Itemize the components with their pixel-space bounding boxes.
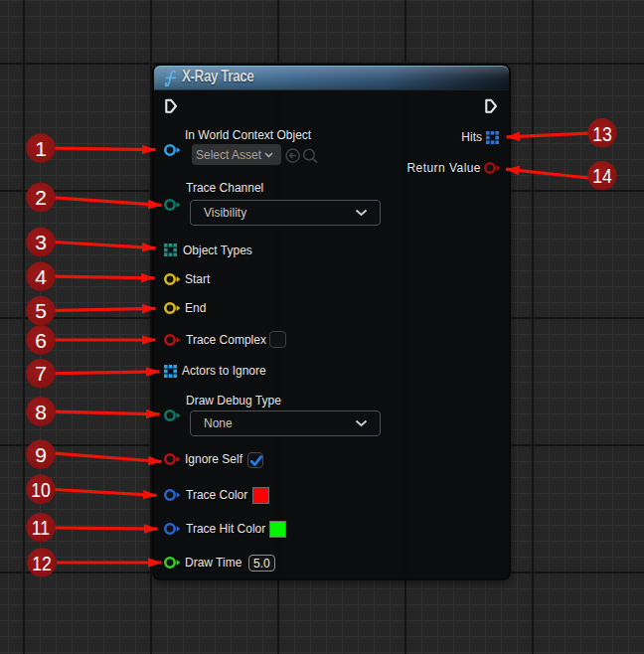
svg-text:12: 12 [32, 551, 52, 574]
svg-text:3: 3 [35, 231, 47, 253]
svg-text:4: 4 [35, 265, 47, 288]
svg-text:6: 6 [35, 329, 47, 352]
svg-text:1: 1 [35, 137, 47, 160]
svg-text:11: 11 [32, 516, 50, 540]
svg-text:2: 2 [35, 186, 47, 209]
svg-text:5: 5 [35, 299, 47, 322]
svg-text:10: 10 [31, 477, 51, 501]
svg-text:14: 14 [592, 164, 612, 188]
svg-text:7: 7 [35, 362, 47, 385]
svg-text:8: 8 [35, 401, 47, 423]
svg-text:13: 13 [592, 121, 612, 145]
svg-text:9: 9 [35, 443, 47, 466]
